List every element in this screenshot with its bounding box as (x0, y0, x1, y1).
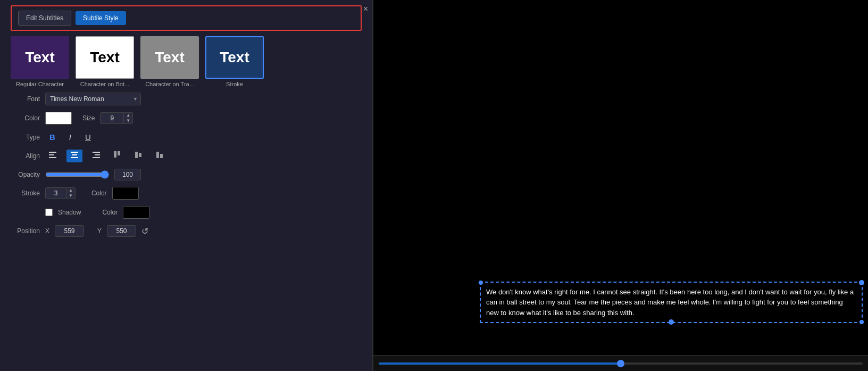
stroke-label: Stroke (11, 189, 40, 197)
subtitle-overlay-box[interactable]: We don't know what's right for me. I can… (480, 282, 863, 324)
thumb-regular-label: Regular Character (16, 81, 64, 87)
type-row: Type B I U (11, 131, 362, 143)
svg-rect-11 (135, 152, 138, 158)
shadow-color-label: Color (102, 209, 118, 216)
shadow-label: Shadow (58, 209, 81, 216)
subtitle-text: We don't know what's right for me. I can… (486, 288, 854, 317)
italic-button[interactable]: I (65, 131, 76, 143)
shadow-checkbox[interactable] (45, 209, 53, 216)
timeline-handle[interactable] (617, 360, 624, 367)
color-swatch[interactable] (45, 112, 72, 125)
stroke-row: Stroke ▲ ▼ Color (11, 187, 362, 200)
align-right-button[interactable] (88, 150, 104, 162)
size-spinner-wrapper: ▲ ▼ (100, 112, 133, 124)
stroke-input[interactable] (45, 187, 66, 199)
thumb-stroke-item: Text Stroke (205, 36, 264, 87)
subtitle-handle-top-right[interactable] (859, 280, 864, 285)
position-label: Position (11, 227, 40, 235)
thumb-transparent[interactable]: Text (140, 36, 199, 79)
style-thumbnails-area: Text Regular Character Text Character on… (0, 36, 372, 93)
align-left-button[interactable] (45, 150, 61, 162)
position-y-input[interactable] (107, 225, 136, 237)
stroke-down-arrow[interactable]: ▼ (66, 193, 75, 199)
align-label: Align (11, 152, 40, 160)
size-label: Size (82, 114, 95, 122)
position-x-label: X (45, 227, 49, 235)
position-reset-button[interactable]: ↺ (141, 226, 148, 236)
svg-rect-9 (114, 151, 116, 158)
stroke-spinner-arrows: ▲ ▼ (66, 187, 76, 199)
thumb-regular[interactable]: Text (11, 36, 69, 79)
type-label: Type (11, 134, 40, 141)
size-down-arrow[interactable]: ▼ (124, 118, 132, 123)
timeline-track[interactable] (379, 362, 863, 365)
font-select[interactable]: Times New Roman Arial Helvetica (45, 93, 141, 105)
stroke-color-label: Color (91, 189, 107, 197)
align-center-button[interactable] (66, 150, 82, 162)
thumb-stroke[interactable]: Text (205, 36, 264, 79)
font-label: Font (11, 95, 40, 103)
opacity-label: Opacity (11, 171, 40, 178)
font-select-wrapper: Times New Roman Arial Helvetica (45, 93, 141, 105)
align-row: Align (11, 150, 362, 162)
underline-button[interactable]: U (81, 131, 95, 143)
svg-rect-14 (160, 154, 163, 158)
opacity-input[interactable] (114, 169, 141, 180)
thumb-bottom-label: Character on Bot... (80, 81, 129, 87)
controls-area: Font Times New Roman Arial Helvetica Col… (0, 93, 372, 237)
color-size-row: Color Size ▲ ▼ (11, 112, 362, 125)
subtitle-handle-bottom[interactable] (669, 319, 674, 325)
size-spinner-arrows: ▲ ▼ (124, 112, 133, 124)
stroke-color-swatch[interactable] (112, 187, 139, 200)
bold-button[interactable]: B (45, 131, 60, 143)
header-tabs-area: Edit Subtitles Subtile Style (11, 5, 362, 31)
stroke-up-arrow[interactable]: ▲ (66, 188, 75, 193)
stroke-spinner-wrapper: ▲ ▼ (45, 187, 76, 199)
thumb-stroke-label: Stroke (226, 81, 243, 87)
opacity-row: Opacity (11, 169, 362, 180)
align-middle-button[interactable] (130, 150, 146, 162)
svg-rect-10 (118, 151, 120, 155)
timeline-progress (379, 362, 621, 365)
position-x-input[interactable] (55, 225, 84, 237)
thumb-bottom[interactable]: Text (76, 36, 134, 79)
edit-subtitles-button[interactable]: Edit Subtitles (18, 11, 71, 26)
position-row: Position X Y ↺ (11, 225, 362, 237)
color-label: Color (11, 114, 40, 122)
shadow-color-swatch[interactable] (123, 206, 149, 219)
size-up-arrow[interactable]: ▲ (124, 113, 132, 118)
timeline-bar (373, 355, 868, 371)
thumb-transparent-item: Text Character on Tra... (140, 36, 199, 87)
video-preview: We don't know what's right for me. I can… (373, 0, 868, 355)
left-panel: × Edit Subtitles Subtile Style Text Regu… (0, 0, 372, 371)
thumb-bottom-item: Text Character on Bot... (76, 36, 134, 87)
align-bottom-button[interactable] (152, 150, 168, 162)
right-panel: We don't know what's right for me. I can… (373, 0, 868, 371)
align-top-button[interactable] (109, 150, 125, 162)
position-y-label: Y (97, 227, 102, 235)
thumb-transparent-label: Character on Tra... (145, 81, 194, 87)
close-button[interactable]: × (363, 4, 368, 14)
font-row: Font Times New Roman Arial Helvetica (11, 93, 362, 105)
svg-rect-13 (156, 152, 159, 158)
thumb-regular-item: Text Regular Character (11, 36, 69, 87)
shadow-row: Shadow Color (11, 206, 362, 219)
svg-rect-12 (139, 153, 141, 157)
subtitle-style-button[interactable]: Subtile Style (76, 11, 126, 25)
size-input[interactable] (100, 112, 124, 124)
opacity-slider[interactable] (45, 170, 109, 179)
